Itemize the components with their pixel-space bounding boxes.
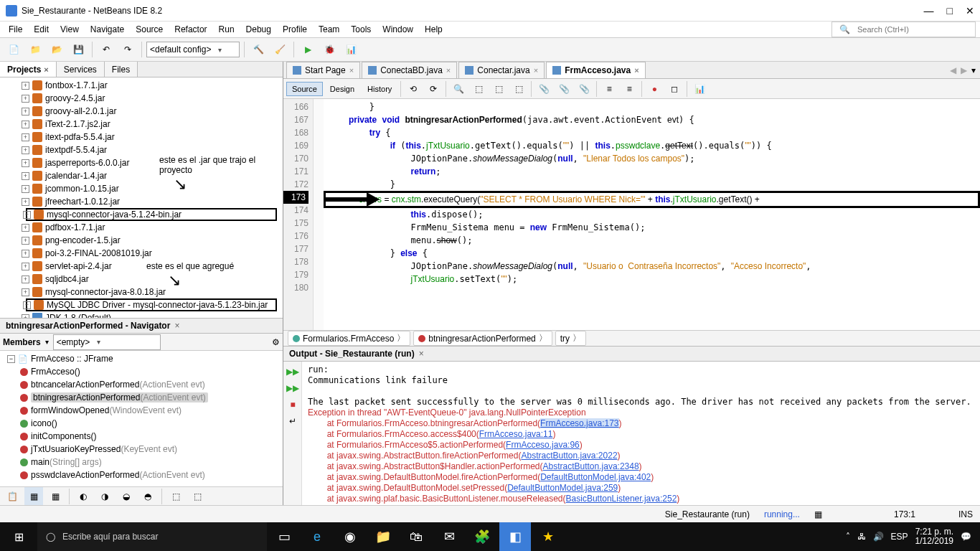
run-button[interactable]: ▶ [298, 40, 317, 59]
navigator-item[interactable]: main(String[] args) [0, 456, 283, 468]
build-button[interactable]: 🔨 [249, 40, 268, 59]
tab-services[interactable]: Services [57, 62, 105, 77]
nav-btn-1[interactable]: 📋 [3, 487, 22, 506]
navigator-item[interactable]: FrmAcceso() [0, 365, 283, 378]
new-file-button[interactable]: 📄 [4, 40, 23, 59]
save-all-button[interactable]: 💾 [69, 40, 88, 59]
taskbar-clock[interactable]: 7:21 p. m. 1/12/2019 [915, 527, 953, 546]
explorer-icon[interactable]: 📁 [367, 522, 399, 551]
tree-item[interactable]: +poi-3.2-FINAL-20081019.jar [0, 247, 283, 260]
redo-button[interactable]: ↷ [118, 40, 137, 59]
project-tree[interactable]: este es el .jar que trajo el proyecto ↘ … [0, 77, 283, 318]
close-button[interactable]: ✕ [966, 5, 974, 17]
et-btn[interactable]: 🔍 [449, 80, 468, 98]
navigator-item[interactable]: psswdclaveActionPerformed(ActionEvent ev… [0, 468, 283, 481]
et-btn[interactable]: 📎 [555, 80, 573, 98]
tray-lang[interactable]: ESP [891, 532, 908, 542]
wrap-icon[interactable]: ↵ [286, 414, 300, 428]
nav-btn-9[interactable]: ⬚ [188, 487, 207, 506]
debug-button[interactable]: 🐞 [320, 40, 339, 59]
store-icon[interactable]: 🛍 [400, 522, 432, 551]
editor-tab[interactable]: Conectar.java× [458, 62, 545, 78]
close-icon[interactable]: × [44, 65, 48, 74]
view-design[interactable]: Design [324, 82, 360, 96]
nav-btn-7[interactable]: ◓ [138, 487, 157, 506]
navigator-item[interactable]: jTxtUsuarioKeyPressed(KeyEvent evt) [0, 443, 283, 456]
menu-file[interactable]: File [4, 23, 27, 36]
edge-icon[interactable]: e [301, 522, 333, 551]
output-console[interactable]: run: Communications link failure The las… [302, 362, 980, 505]
tree-item[interactable]: +itext-pdfa-5.5.4.jar [0, 131, 283, 143]
close-icon[interactable]: × [419, 349, 424, 359]
chrome-icon[interactable]: ◉ [334, 522, 366, 551]
tree-item[interactable]: +groovy-all-2.0.1.jar [0, 105, 283, 118]
task-view-icon[interactable]: ▭ [268, 522, 300, 551]
navigator-item[interactable]: formWindowOpened(WindowEvent evt) [0, 404, 283, 417]
tree-item[interactable]: +MySQL JDBC Driver - mysql-connector-jav… [26, 298, 277, 311]
editor-tab[interactable]: ConectaBD.java× [362, 62, 457, 78]
crumb-try[interactable]: try〉 [555, 331, 586, 346]
nav-btn-6[interactable]: ◒ [117, 487, 136, 506]
menu-profile[interactable]: Profile [278, 23, 311, 36]
filter-icon[interactable]: ⚙ [272, 337, 280, 347]
et-btn[interactable]: 📊 [690, 80, 709, 98]
tab-list-icon[interactable]: ▾ [971, 65, 976, 75]
tree-item[interactable]: +groovy-2.4.5.jar [0, 92, 283, 105]
tree-item[interactable]: +pdfbox-1.7.1.jar [0, 221, 283, 234]
et-btn[interactable]: ⟳ [424, 80, 443, 98]
tree-item[interactable]: +jfreechart-1.0.12.jar [0, 195, 283, 208]
menu-view[interactable]: View [56, 23, 83, 36]
close-icon[interactable]: × [174, 321, 179, 331]
menu-debug[interactable]: Debug [242, 23, 275, 36]
et-btn[interactable]: ⟲ [404, 80, 423, 98]
et-btn[interactable]: ● [645, 80, 664, 98]
config-combo[interactable]: <default config> [146, 42, 240, 57]
et-btn[interactable]: 📎 [534, 80, 553, 98]
maximize-button[interactable]: □ [947, 5, 953, 17]
netbeans-icon[interactable]: ◧ [499, 522, 531, 551]
rerun-icon[interactable]: ▶▶ [286, 364, 300, 379]
expand-icon[interactable]: − [7, 355, 15, 363]
et-btn[interactable]: ⬚ [469, 80, 488, 98]
code-editor[interactable]: 1661671681691701711721731741751761771781… [283, 99, 980, 330]
tab-right-icon[interactable]: ▶ [961, 65, 967, 75]
tray-up-icon[interactable]: ˄ [846, 532, 850, 542]
navigator-item[interactable]: btningresarActionPerformed(ActionEvent e… [0, 391, 283, 404]
navigator-tree[interactable]: −📄 FrmAcceso :: JFrame FrmAcceso()btncan… [0, 351, 283, 486]
crumb-class[interactable]: Formularios.FrmAcceso〉 [288, 331, 410, 346]
undo-button[interactable]: ↶ [97, 40, 116, 59]
new-project-button[interactable]: 📁 [26, 40, 44, 59]
tray-notif-icon[interactable]: 💬 [961, 532, 971, 542]
crumb-method[interactable]: btningresarActionPerformed〉 [413, 331, 552, 346]
tab-left-icon[interactable]: ◀ [950, 65, 956, 75]
menu-window[interactable]: Window [378, 23, 418, 36]
view-history[interactable]: History [362, 82, 397, 96]
menu-source[interactable]: Source [131, 23, 167, 36]
menu-tools[interactable]: Tools [347, 23, 375, 36]
menu-team[interactable]: Team [314, 23, 344, 36]
tray-vol-icon[interactable]: 🔊 [873, 532, 884, 542]
menu-navigate[interactable]: Navigate [86, 23, 128, 36]
tab-files[interactable]: Files [105, 62, 138, 77]
tree-item[interactable]: +fontbox-1.7.1.jar [0, 79, 283, 92]
tree-item[interactable]: +mysql-connector-java-8.0.18.jar [0, 286, 283, 298]
filter-combo[interactable]: <empty> [53, 334, 161, 350]
nav-btn-3[interactable]: ▦ [46, 487, 65, 506]
tree-item[interactable]: +iText-2.1.7.js2.jar [0, 118, 283, 131]
start-button[interactable]: ⊞ [1, 522, 36, 551]
et-btn[interactable]: ⬚ [489, 80, 508, 98]
nav-btn-5[interactable]: ◑ [95, 487, 114, 506]
navigator-item[interactable]: btncancelarActionPerformed(ActionEvent e… [0, 378, 283, 391]
menu-run[interactable]: Run [215, 23, 239, 36]
et-btn[interactable]: ⬚ [509, 80, 528, 98]
et-btn[interactable]: 📎 [575, 80, 593, 98]
tab-projects[interactable]: Projects× [0, 62, 57, 77]
et-btn[interactable]: ≡ [620, 80, 639, 98]
editor-tab[interactable]: FrmAcceso.java× [546, 62, 646, 78]
tree-item[interactable]: +mysql-connector-java-5.1.24-bin.jar [26, 208, 277, 221]
menu-refactor[interactable]: Refactor [170, 23, 211, 36]
menu-help[interactable]: Help [420, 23, 447, 36]
editor-tab[interactable]: Start Page× [286, 62, 360, 78]
clean-build-button[interactable]: 🧹 [270, 40, 289, 59]
nav-btn-4[interactable]: ◐ [74, 487, 93, 506]
